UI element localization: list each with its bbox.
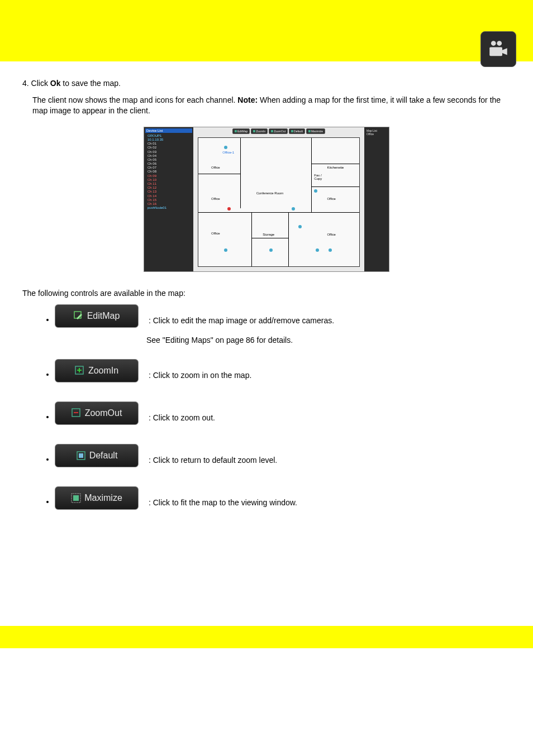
ch-item: Ch 04 [145,154,192,158]
editmap-desc-line2: See "Editing Maps" on page 86 for detail… [146,336,511,344]
step-4-suffix: to save the map. [60,79,120,88]
svg-rect-2 [489,47,502,56]
svg-point-1 [497,41,502,46]
ch-item: Ch 11 [145,182,192,186]
ch-item: Ch 05 [145,158,192,162]
video-camera-icon [487,37,510,61]
room-label: Office [211,197,220,200]
list-item: ZoomIn : Click to zoom in on the map. [55,363,511,387]
zoomin-desc: : Click to zoom in on the map. [149,371,251,380]
editmap-label: EditMap [87,311,120,321]
camera-label: Office-1 [222,151,234,154]
default-button[interactable]: Default [55,444,139,467]
default-label: Default [89,451,118,461]
zoomout-button[interactable]: ZoomOut [55,401,139,425]
camera-dot[interactable] [224,248,227,252]
room-label: Office [327,197,336,200]
toolbar-default[interactable]: Default [289,128,305,134]
room-label: Fax / Copy [314,174,322,180]
maximize-desc: : Click to fit the map to the viewing wi… [149,498,297,507]
list-item: Default : Click to return to default zoo… [55,448,511,472]
camera-dot[interactable] [329,248,332,252]
device-group: GROUP1 [145,134,192,138]
zoomout-icon [72,408,82,418]
camera-dot[interactable] [292,207,295,210]
room-label: Storage [263,233,274,236]
toolbar-zoomin[interactable]: ZoomIn [251,128,268,134]
note-bold: Note: [237,95,260,104]
controls-list: EditMap : Click to edit the map image or… [22,309,511,514]
ch-item: Ch 01 [145,142,192,146]
device-list-header: Device List [145,128,192,133]
list-item: Maximize : Click to fit the map to the v… [55,491,511,514]
ch-item: Ch 14 [145,194,192,198]
ch-item: Ch 10 [145,178,192,182]
step-4-prefix: 4. Click [22,79,50,88]
maximize-button[interactable]: Maximize [55,486,139,510]
room-label: Conference Room [256,192,284,195]
default-icon [76,451,86,461]
footer-bar [0,626,533,648]
svg-rect-9 [73,495,79,501]
maximize-icon [71,493,81,503]
step-4-bold: Ok [50,79,61,88]
ch-item: Ch 16 [145,202,192,206]
room-label: Office [327,233,336,236]
toolbar-zoomout[interactable]: ZoomOut [269,128,288,134]
toolbar-maximize[interactable]: Maximize [306,128,325,134]
svg-rect-7 [79,453,83,458]
camera-dot[interactable] [314,189,317,193]
default-desc: : Click to return to default zoom level. [149,456,277,465]
ch-item: Ch 09 [145,174,192,178]
list-item: ZoomOut : Click to zoom out. [55,406,511,429]
app-screenshot: Device List GROUP1 10.1.10.35 Ch 01 Ch 0… [144,127,389,272]
floorplan: Office Office Office Conference Room Kit… [198,137,360,267]
map-list-panel: Map List Office [364,127,389,271]
room-label: Office [211,232,220,235]
camera-dot[interactable] [316,248,319,252]
svg-point-0 [491,41,496,46]
ch-item: Ch 12 [145,186,192,190]
zoomin-label: ZoomIn [88,366,118,376]
map-canvas: EditMap ZoomIn ZoomOut Default Maximize … [193,127,364,271]
map-list-item[interactable]: Office [365,132,388,136]
ch-item: Ch 13 [145,190,192,194]
map-toolbar: EditMap ZoomIn ZoomOut Default Maximize [232,128,325,134]
ch-item: Ch 15 [145,198,192,202]
camera-logo-icon [480,31,516,67]
list-item: EditMap : Click to edit the map image or… [55,309,511,344]
zoomout-label: ZoomOut [85,408,122,418]
device-list-panel: Device List GROUP1 10.1.10.35 Ch 01 Ch 0… [144,127,193,271]
toolbar-editmap[interactable]: EditMap [232,128,250,134]
maximize-label: Maximize [84,493,122,503]
edit-icon [74,311,84,321]
ch-item: Ch 02 [145,146,192,150]
ch-item: Ch 07 [145,166,192,170]
note-prefix: The client now shows the map and icons f… [32,95,237,104]
ch-item: Ch 03 [145,150,192,154]
room-label: Office [211,166,220,169]
device-ip: 10.1.10.35 [145,138,192,142]
camera-dot[interactable] [224,146,227,149]
camera-dot[interactable] [269,248,273,252]
ch-item: Ch 06 [145,162,192,166]
room-label: Kitchenette [327,166,344,169]
note-text: The client now shows the map and icons f… [32,95,511,117]
intro-line: The following controls are available in … [22,289,511,298]
zoomout-desc: : Click to zoom out. [149,413,215,422]
editmap-button[interactable]: EditMap [55,304,139,328]
ch-item: Ch 08 [145,170,192,174]
camera-dot[interactable] [298,225,302,228]
editmap-desc: : Click to edit the map image or add/rem… [149,316,334,325]
step-4: 4. Click Ok to save the map. [22,78,511,89]
camera-dot[interactable] [227,207,231,210]
header-bar [0,0,533,61]
zoomin-icon [75,366,85,376]
zoomin-button[interactable]: ZoomIn [55,359,139,382]
push-node: pushNode01 [145,206,192,210]
